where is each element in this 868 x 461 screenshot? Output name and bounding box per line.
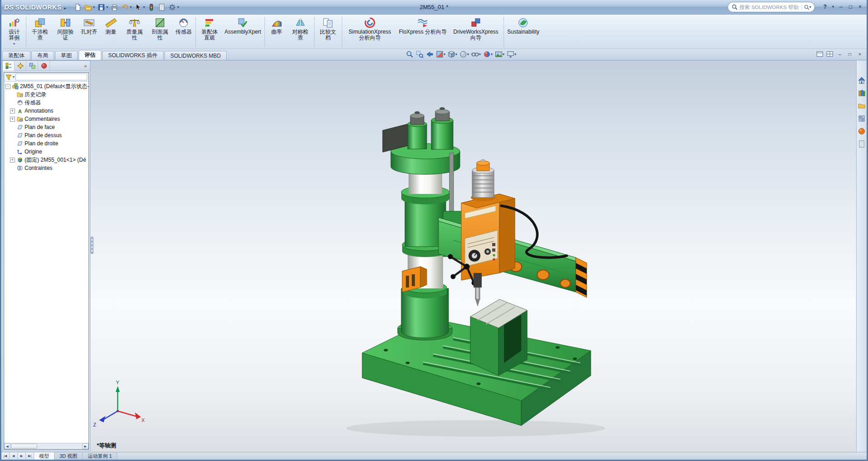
- scrollbar-thumb[interactable]: [11, 444, 37, 449]
- edit-appearance-button[interactable]: ▾: [482, 50, 494, 59]
- collapse-box-icon[interactable]: -: [5, 84, 10, 89]
- print-button[interactable]: [110, 2, 120, 12]
- viewport-layout-single-button[interactable]: [816, 50, 824, 58]
- tree-item-history[interactable]: 历史记录: [4, 90, 89, 99]
- zoom-to-area-button[interactable]: [415, 50, 424, 59]
- tab-solidworks-mbd[interactable]: SOLIDWORKS MBD: [165, 51, 227, 60]
- document-minimize-button[interactable]: –: [836, 50, 844, 58]
- tree-item-front-plane[interactable]: Plan de face: [4, 123, 89, 131]
- hole-alignment-button[interactable]: 孔对齐: [78, 15, 100, 35]
- motion-study-tab[interactable]: 运动算例 1: [83, 452, 117, 460]
- mass-properties-button[interactable]: 质量属性: [122, 15, 147, 41]
- view-orientation-button[interactable]: ▾: [447, 50, 458, 59]
- rebuild-button[interactable]: [146, 2, 156, 12]
- assembly-visualization-button[interactable]: 装配体直观: [197, 15, 222, 41]
- 3d-viewport[interactable]: Y X Z: [1, 60, 867, 451]
- tab-solidworks-addins[interactable]: SOLIDWORKS 插件: [102, 51, 164, 60]
- curvature-button[interactable]: 曲率: [266, 15, 288, 35]
- select-button[interactable]: [133, 2, 143, 12]
- hide-show-items-button[interactable]: ▾: [470, 50, 482, 59]
- floxpress-button[interactable]: FloXpress 分析向导: [397, 15, 449, 35]
- tab-evaluate[interactable]: 评估: [79, 50, 101, 60]
- open-caret-icon[interactable]: ▾: [93, 5, 95, 9]
- tree-item-origin[interactable]: Origine: [4, 148, 89, 156]
- sensors-button[interactable]: 传感器: [173, 15, 195, 35]
- minimize-button[interactable]: –: [837, 2, 845, 11]
- tab-sketch[interactable]: 草图: [55, 51, 78, 60]
- interference-check-button[interactable]: 干涉检查: [27, 15, 53, 41]
- file-explorer-button[interactable]: [858, 101, 866, 110]
- custom-properties-button[interactable]: [858, 139, 866, 148]
- displaymanager-tab[interactable]: [38, 61, 50, 71]
- tree-horizontal-scrollbar[interactable]: ◀ ▶: [4, 443, 89, 449]
- expand-box-icon[interactable]: +: [10, 109, 15, 114]
- appearances-button[interactable]: [858, 127, 866, 135]
- expand-box-icon[interactable]: +: [10, 158, 15, 163]
- scroll-left-icon[interactable]: ◀: [4, 443, 10, 449]
- driveworksxpress-button[interactable]: DriveWorksXpress 向导: [449, 15, 503, 41]
- view-palette-button[interactable]: [858, 114, 866, 123]
- tabs-scroll-next-button[interactable]: ▶: [18, 452, 26, 460]
- assemblyxpert-button[interactable]: AssemblyXpert: [222, 15, 264, 35]
- previous-view-button[interactable]: [425, 50, 434, 59]
- tree-filter-input[interactable]: [15, 74, 87, 80]
- tree-item-annotations[interactable]: + A Annotations: [4, 107, 89, 115]
- symmetry-check-button[interactable]: 对称检查: [288, 15, 313, 41]
- tabs-scroll-first-button[interactable]: |◀: [1, 452, 10, 460]
- simulationxpress-button[interactable]: SimulationXpress 分析向导: [343, 15, 397, 41]
- section-properties-button[interactable]: 剖面属性: [147, 15, 173, 41]
- expand-box-icon[interactable]: +: [10, 117, 15, 122]
- undo-caret-icon[interactable]: ▾: [130, 5, 132, 9]
- design-library-button[interactable]: [858, 89, 866, 97]
- options-caret-icon[interactable]: ▾: [177, 5, 179, 9]
- viewport-layout-split-button[interactable]: [826, 50, 834, 58]
- undo-button[interactable]: [120, 2, 130, 12]
- panel-splitter-handle[interactable]: [90, 237, 94, 254]
- tree-root-item[interactable]: - 2M55_01 (Défaut<显示状态-: [4, 82, 89, 90]
- tree-item-right-plane[interactable]: Plan de droite: [4, 139, 89, 148]
- model-tab[interactable]: 模型: [34, 452, 55, 460]
- filter-caret-icon[interactable]: ▾: [13, 75, 15, 79]
- tab-layout[interactable]: 布局: [31, 51, 54, 60]
- featuremanager-tab[interactable]: [3, 61, 15, 71]
- clearance-verification-button[interactable]: 间隙验证: [53, 15, 78, 41]
- close-button[interactable]: ×: [856, 2, 864, 11]
- tree-item-top-plane[interactable]: Plan de dessus: [4, 131, 89, 139]
- new-document-button[interactable]: [73, 2, 83, 12]
- design-study-button[interactable]: 设计算例 ▾: [3, 15, 25, 46]
- options-button[interactable]: [167, 2, 177, 12]
- tree-item-mates[interactable]: Contraintes: [4, 164, 89, 172]
- tree-item-component[interactable]: + (固定) 2M55_001<1> (Dé: [4, 156, 89, 164]
- save-button[interactable]: [96, 2, 106, 12]
- save-caret-icon[interactable]: ▾: [106, 5, 108, 9]
- menu-flyout-icon[interactable]: ▸: [64, 6, 66, 10]
- resources-button[interactable]: [858, 76, 866, 84]
- sustainability-button[interactable]: Sustainability: [505, 15, 542, 35]
- tabs-scroll-last-button[interactable]: ▶|: [26, 452, 34, 460]
- panel-tabs-overflow-icon[interactable]: »: [81, 61, 90, 71]
- document-close-button[interactable]: ×: [856, 50, 864, 58]
- tabs-scroll-prev-button[interactable]: ◀: [10, 452, 18, 460]
- propertymanager-tab[interactable]: [15, 61, 26, 71]
- view-settings-button[interactable]: ▾: [506, 50, 517, 59]
- search-input[interactable]: [739, 5, 802, 10]
- apply-scene-button[interactable]: ▾: [494, 50, 505, 59]
- 3d-views-tab[interactable]: 3D 视图: [55, 452, 83, 460]
- configurationmanager-tab[interactable]: [26, 61, 38, 71]
- compare-documents-button[interactable]: 比较文档: [315, 15, 341, 41]
- tree-item-comments[interactable]: + Commentaires: [4, 115, 89, 123]
- scroll-right-icon[interactable]: ▶: [82, 443, 89, 449]
- open-document-button[interactable]: [83, 2, 93, 12]
- select-caret-icon[interactable]: ▾: [143, 5, 145, 9]
- scrollbar-track[interactable]: [37, 443, 82, 449]
- tree-item-sensors[interactable]: 传感器: [4, 99, 89, 107]
- display-style-button[interactable]: ▾: [459, 50, 470, 59]
- document-restore-button[interactable]: □: [846, 50, 854, 58]
- search-submit-button[interactable]: ▾: [802, 5, 812, 10]
- maximize-button[interactable]: □: [846, 2, 855, 11]
- section-view-button[interactable]: ▾: [435, 50, 446, 59]
- zoom-to-fit-button[interactable]: [405, 50, 414, 59]
- help-caret-icon[interactable]: ▾: [830, 2, 836, 11]
- tab-assembly[interactable]: 装配体: [2, 51, 30, 60]
- measure-button[interactable]: 测量: [100, 15, 122, 35]
